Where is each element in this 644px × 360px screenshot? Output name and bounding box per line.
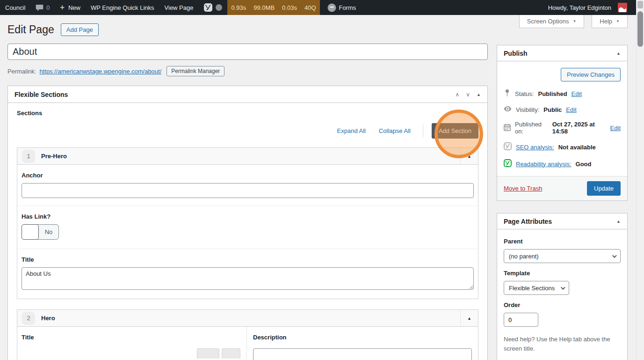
edit-published-on-link[interactable]: Edit (610, 125, 621, 132)
anchor-label: Anchor (22, 172, 474, 179)
template-selected-value: Flexible Sections (509, 285, 555, 292)
publish-header[interactable]: Publish ▲ (497, 45, 627, 61)
anchor-field: Anchor (17, 165, 478, 206)
chevron-down-icon (561, 285, 565, 290)
collapse-toggle-icon[interactable]: ▲ (616, 51, 621, 56)
eye-icon (504, 106, 512, 113)
gravity-forms-menu[interactable]: Forms (320, 0, 362, 15)
section-number-badge: 2 (22, 312, 35, 325)
permalink-url-link[interactable]: https://americanwstage.wpengine.com/abou… (39, 68, 161, 75)
editor-visual-tab-button[interactable] (197, 348, 219, 359)
template-select[interactable]: Flexible Sections (504, 281, 569, 295)
section-collapse-button[interactable]: ▲ (460, 148, 478, 164)
collapse-toggle-icon[interactable]: ▲ (616, 219, 621, 224)
view-page-menu[interactable]: View Page (159, 0, 199, 15)
triangle-up-icon: ▲ (467, 154, 471, 159)
seo-analysis-row: SEO analysis: Not available (504, 142, 621, 152)
admin-bar: Council 0 + New WP Engine Quick Links Vi… (0, 0, 636, 15)
flexible-sections-header[interactable]: Flexible Sections ∧ ∨ ▲ (8, 86, 487, 103)
seo-analysis-value: Not available (558, 144, 596, 151)
has-link-toggle[interactable]: No (22, 224, 59, 240)
update-button[interactable]: Update (587, 181, 621, 196)
parent-label: Parent (504, 238, 621, 245)
readability-analysis-link[interactable]: Readability analysis: (516, 161, 572, 168)
add-page-button[interactable]: Add Page (61, 23, 99, 36)
yoast-icon (203, 3, 213, 12)
editor-mode-tabs (22, 348, 240, 359)
section-name-label: Hero (41, 315, 55, 322)
gravity-forms-icon (327, 3, 336, 12)
hero-description-textarea[interactable] (253, 348, 472, 360)
query-monitor-menu[interactable]: 0.93s 99.0MB 0.03s 40Q (227, 0, 319, 15)
has-link-field: Has Link? No (17, 206, 478, 249)
avatar (618, 3, 627, 12)
page-attributes-header[interactable]: Page Attributes ▲ (497, 213, 627, 229)
parent-select[interactable]: (no parent) (504, 249, 621, 263)
screen-meta-tabs: Screen Options ▼ Help ▼ (519, 15, 628, 28)
hero-title-label: Title (22, 334, 240, 341)
sections-actions-row: Expand All Collapse All Add Section (17, 122, 478, 139)
scrollbar-up-button[interactable] (637, 1, 643, 8)
seo-analysis-link[interactable]: SEO analysis: (516, 144, 554, 151)
yoast-menu[interactable] (198, 0, 215, 15)
order-input[interactable] (504, 313, 538, 327)
help-button[interactable]: Help ▼ (592, 15, 628, 28)
scrollbar-thumb[interactable] (637, 11, 643, 47)
main-column: Edit Page Add Page Permalink: https://am… (7, 23, 488, 360)
section-layout-pre-hero: 1 Pre-Hero ▲ Anchor Has Link? (17, 147, 478, 299)
published-on-row: Published on: Oct 27, 2025 at 14:58 Edit (504, 121, 621, 135)
admin-bar-right: Howdy, Taylor Edginton (539, 0, 636, 15)
hero-header[interactable]: 2 Hero ▲ (17, 310, 478, 327)
readability-analysis-value: Good (576, 161, 592, 168)
edit-visibility-link[interactable]: Edit (566, 106, 576, 113)
my-account-menu[interactable]: Howdy, Taylor Edginton (539, 0, 632, 15)
section-collapse-button[interactable]: ▲ (460, 310, 478, 326)
section-layout-hero: 2 Hero ▲ Title (17, 309, 478, 360)
status-value: Published (538, 90, 567, 97)
new-label: New (68, 4, 80, 11)
new-content-menu[interactable]: + New (55, 0, 86, 15)
preview-changes-button[interactable]: Preview Changes (561, 68, 621, 81)
published-on-label: Published on: (515, 121, 548, 135)
screen-options-button[interactable]: Screen Options ▼ (519, 15, 585, 28)
anchor-input[interactable] (22, 183, 474, 198)
status-label: Status: (515, 90, 534, 97)
move-to-trash-link[interactable]: Move to Trash (504, 185, 542, 192)
post-title-input[interactable] (7, 44, 488, 60)
readability-analysis-row: Readability analysis: Good (504, 159, 621, 169)
yoast-readability-icon (504, 159, 512, 169)
page-attributes-metabox: Page Attributes ▲ Parent (no parent) Tem… (497, 213, 628, 360)
expand-all-link[interactable]: Expand All (337, 127, 366, 134)
add-section-button[interactable]: Add Section (432, 123, 478, 139)
section-number-badge: 1 (22, 150, 35, 163)
admin-bar-left: Council 0 + New WP Engine Quick Links Vi… (0, 0, 361, 15)
edit-status-link[interactable]: Edit (572, 90, 582, 97)
chevron-down-icon: ▼ (572, 19, 576, 23)
collapse-toggle-icon[interactable]: ▲ (477, 92, 481, 97)
editor-text-tab-button[interactable] (222, 348, 240, 359)
move-down-icon[interactable]: ∨ (466, 91, 470, 98)
chevron-down-icon: ▼ (616, 19, 620, 23)
forms-label: Forms (339, 4, 356, 11)
pre-hero-header[interactable]: 1 Pre-Hero ▲ (17, 148, 478, 165)
has-link-label: Has Link? (22, 213, 474, 220)
published-on-value: Oct 27, 2025 at 14:58 (552, 121, 606, 135)
hero-description-label: Description (253, 334, 472, 341)
flexible-sections-metabox: Flexible Sections ∧ ∨ ▲ Sections Expand … (7, 86, 488, 360)
page-scrollbar[interactable] (636, 0, 644, 360)
move-up-icon[interactable]: ∧ (455, 91, 459, 98)
section-name-label: Pre-Hero (41, 153, 67, 160)
chevron-down-icon (612, 253, 617, 258)
yoast-indicator-circle-icon (216, 4, 222, 11)
help-note: Need help? Use the Help tab above the sc… (504, 335, 621, 353)
collapse-all-link[interactable]: Collapse All (379, 127, 411, 134)
sidebar: Publish ▲ Preview Changes Status: Publis… (497, 45, 628, 360)
comments-menu[interactable]: 0 (30, 0, 55, 15)
site-name-menu[interactable]: Council (0, 0, 30, 15)
publish-metabox: Publish ▲ Preview Changes Status: Publis… (497, 45, 628, 201)
qm-db-time: 0.03s (278, 4, 301, 11)
permalink-manager-button[interactable]: Permalink Manager (166, 66, 224, 76)
section-title-textarea[interactable]: About Us (22, 267, 474, 290)
wp-engine-quick-links-menu[interactable]: WP Engine Quick Links (86, 0, 159, 15)
flexible-sections-title: Flexible Sections (14, 91, 68, 98)
